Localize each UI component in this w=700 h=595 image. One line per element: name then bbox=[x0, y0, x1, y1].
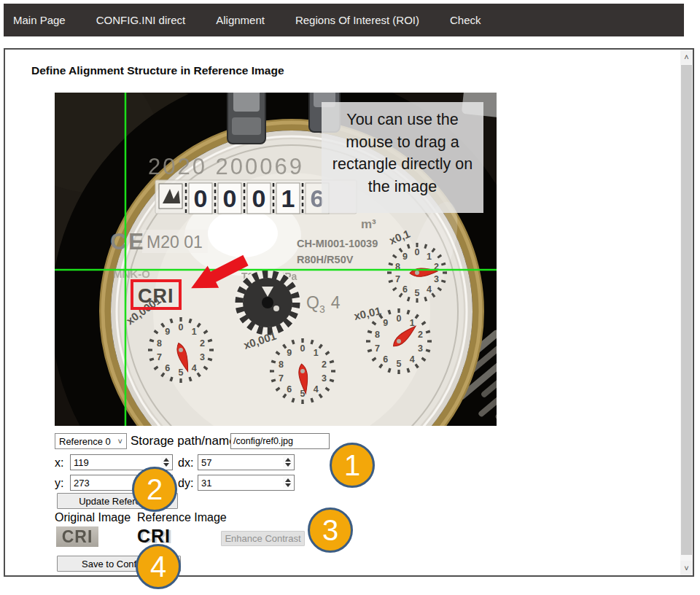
dial-digit: 6 bbox=[165, 363, 170, 373]
stepper-up-icon[interactable] bbox=[285, 458, 291, 462]
dial-digit: 3 bbox=[434, 274, 439, 284]
dx-field bbox=[198, 454, 295, 470]
dial-digit: 4 bbox=[410, 354, 415, 365]
dial-digit: 3 bbox=[418, 343, 423, 354]
dial-digit: 8 bbox=[157, 338, 162, 349]
counter-digit: 1 bbox=[281, 184, 295, 212]
dial-digit: 4 bbox=[192, 363, 197, 373]
callout-circle-4: 4 bbox=[136, 544, 181, 589]
stepper-down-icon[interactable] bbox=[285, 463, 291, 467]
callout-circle-1: 1 bbox=[330, 443, 375, 488]
dial-digit: 7 bbox=[279, 373, 284, 384]
dial-digit: 9 bbox=[165, 327, 170, 337]
page-title: Define Alignment Structure in Reference … bbox=[31, 64, 284, 77]
dial-digit: 4 bbox=[314, 384, 319, 394]
x-stepper[interactable] bbox=[161, 456, 171, 468]
scroll-up-icon: ˄ bbox=[684, 52, 688, 61]
dial-digit: 9 bbox=[383, 318, 388, 328]
counter-digit: 0 bbox=[194, 184, 208, 212]
nav-item-alignment[interactable]: Alignment bbox=[216, 14, 265, 26]
original-image-thumbnail: CRI bbox=[56, 526, 98, 547]
chevron-down-icon: ˅ bbox=[118, 437, 122, 446]
callout-circle-3: 3 bbox=[308, 508, 353, 553]
stepper-up-icon[interactable] bbox=[163, 458, 169, 462]
content-frame: Define Alignment Structure in Reference … bbox=[4, 48, 694, 577]
dial-digit: 2 bbox=[418, 330, 423, 340]
dial-digit: 7 bbox=[157, 352, 162, 362]
counter-digit: 0 bbox=[252, 184, 266, 212]
dx-label: dx: bbox=[178, 456, 193, 470]
dial-digit: 1 bbox=[427, 252, 432, 262]
scroll-up-button[interactable]: ˄ bbox=[680, 50, 693, 64]
serial-number-text: 2020 200069 bbox=[148, 154, 304, 179]
original-thumb-text: CRI bbox=[62, 527, 93, 547]
dial-digit: 8 bbox=[375, 330, 380, 340]
nav-item-check[interactable]: Check bbox=[450, 14, 481, 26]
nav-item-config-ini[interactable]: CONFIG.INI direct bbox=[96, 14, 186, 26]
y-label: y: bbox=[55, 477, 63, 490]
enhance-contrast-button[interactable]: Enhance Contrast bbox=[221, 531, 305, 546]
counter-digit: 0 bbox=[223, 184, 237, 212]
approval-text: M20 01 bbox=[147, 233, 203, 252]
dial-digit: 7 bbox=[395, 274, 400, 284]
dy-stepper[interactable] bbox=[283, 477, 292, 489]
reference-select-value: Reference 0 bbox=[59, 436, 111, 447]
star-wheel bbox=[234, 269, 301, 336]
drag-hint-tooltip: You can use the mouse to drag a rectangl… bbox=[322, 102, 483, 213]
dial-digit: 1 bbox=[314, 348, 319, 358]
ce-mark: CE bbox=[110, 228, 145, 254]
model-number-text: CH-MI001-10039 bbox=[297, 238, 378, 249]
dial-digit: 0 bbox=[397, 314, 402, 324]
storage-path-input[interactable] bbox=[230, 433, 330, 449]
dial-digit: 5 bbox=[415, 288, 420, 298]
callout-circle-2: 2 bbox=[132, 467, 177, 512]
dial-digit: 2 bbox=[200, 338, 205, 349]
dy-field bbox=[198, 475, 295, 491]
dy-input[interactable] bbox=[198, 475, 295, 491]
scrollbar-thumb[interactable] bbox=[681, 65, 692, 555]
nav-item-main-page[interactable]: Main Page bbox=[13, 14, 66, 26]
dial-digit: 6 bbox=[383, 354, 388, 365]
original-image-label: Original Image bbox=[55, 511, 131, 524]
dial-digit: 2 bbox=[322, 359, 327, 370]
nav-item-roi[interactable]: Regions Of Interest (ROI) bbox=[295, 14, 419, 26]
dial-digit: 0 bbox=[415, 247, 420, 257]
dial-digit: 6 bbox=[287, 384, 292, 394]
dial-digit: 0 bbox=[300, 343, 306, 354]
reference-image-label: Reference Image bbox=[137, 511, 227, 524]
dial-digit: 4 bbox=[427, 284, 432, 295]
dy-label: dy: bbox=[178, 477, 193, 490]
scroll-down-button[interactable]: ˅ bbox=[680, 561, 693, 575]
stepper-down-icon[interactable] bbox=[285, 483, 291, 487]
dial-digit: 9 bbox=[287, 348, 292, 358]
dial-digit: 3 bbox=[200, 352, 205, 362]
vertical-scrollbar[interactable]: ˄ ˅ bbox=[680, 50, 693, 575]
dx-input[interactable] bbox=[198, 454, 295, 470]
dial-digit: 7 bbox=[375, 343, 380, 354]
top-nav-bar: Main Page CONFIG.INI direct Alignment Re… bbox=[4, 4, 684, 36]
unit-label: m³ bbox=[361, 217, 376, 231]
dial-digit: 5 bbox=[397, 359, 402, 369]
dial-digit: 3 bbox=[322, 373, 327, 384]
dial-digit: 5 bbox=[300, 389, 306, 399]
dial-digit: 1 bbox=[192, 327, 197, 337]
dx-stepper[interactable] bbox=[283, 456, 292, 468]
dial-digit: 9 bbox=[402, 252, 408, 262]
storage-path-label: Storage path/name: bbox=[131, 434, 239, 448]
reference-image-canvas[interactable]: 2020 200069 0 0 0 1 6 m³ CE bbox=[55, 93, 497, 426]
reference-select[interactable]: Reference 0 ˅ bbox=[55, 433, 127, 449]
reference-thumb-text: CRI bbox=[137, 526, 171, 547]
scroll-down-icon: ˅ bbox=[684, 564, 688, 572]
dial-digit: 5 bbox=[179, 368, 184, 378]
dial-digit: 6 bbox=[402, 284, 408, 295]
dial-digit: 1 bbox=[410, 318, 415, 328]
dial-digit: 8 bbox=[279, 359, 284, 370]
stepper-up-icon[interactable] bbox=[285, 478, 291, 482]
x-label: x: bbox=[55, 456, 63, 470]
dial-digit: 0 bbox=[179, 322, 184, 332]
stepper-down-icon[interactable] bbox=[163, 463, 169, 467]
ratio-text: R80H/R50V bbox=[297, 254, 354, 265]
